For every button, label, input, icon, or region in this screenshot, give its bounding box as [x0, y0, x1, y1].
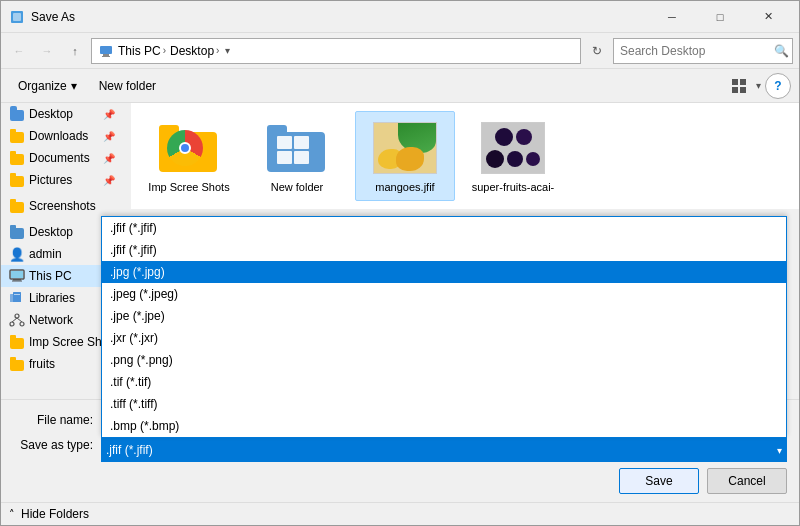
type-dropdown-arrow: ▾ — [777, 445, 782, 456]
file-type-selected[interactable]: .jfif (*.jfif) ▾ — [101, 438, 787, 462]
svg-rect-8 — [740, 87, 746, 93]
file-type-wrapper: .jfif (*.jfif) ▾ .jfif (*.jfif) .jfif (*… — [101, 438, 787, 462]
user-icon: 👤 — [9, 246, 25, 262]
pictures-icon — [9, 172, 25, 188]
back-button[interactable]: ← — [7, 39, 31, 63]
file-type-dropdown: .jfif (*.jfif) .jfif (*.jfif) .jpg (*.jp… — [101, 216, 787, 438]
save-as-type-label: Save as type: — [13, 438, 93, 452]
svg-point-18 — [20, 322, 24, 326]
view-button[interactable] — [726, 73, 752, 99]
svg-rect-3 — [103, 54, 109, 56]
search-box[interactable]: 🔍 — [613, 38, 793, 64]
downloads-icon — [9, 128, 25, 144]
desktop-folder-icon — [9, 224, 25, 240]
imp-scree-shots-label: Imp Scree Shots — [148, 180, 229, 194]
pin-icon-down: 📌 — [103, 131, 115, 142]
refresh-button[interactable]: ↻ — [585, 39, 609, 63]
new-folder-label: New folder — [271, 180, 324, 194]
sidebar-item-screenshots[interactable]: Screenshots — [1, 195, 123, 217]
minimize-button[interactable]: ─ — [649, 1, 695, 33]
svg-rect-2 — [100, 46, 112, 54]
svg-rect-6 — [740, 79, 746, 85]
svg-rect-12 — [11, 271, 23, 278]
super-fruits-label: super-fruits-acai-berry.jfif — [468, 180, 558, 196]
libraries-icon — [9, 290, 25, 306]
dialog-title: Save As — [31, 10, 649, 24]
svg-rect-10 — [13, 279, 21, 281]
view-dropdown-arrow[interactable]: ▾ — [756, 80, 761, 91]
view-icon — [731, 78, 747, 94]
imp-scree-shots-icon — [157, 120, 221, 176]
dialog-icon — [9, 9, 25, 25]
type-option-bmp[interactable]: .bmp (*.bmp) — [102, 415, 786, 437]
type-option-jpg[interactable]: .jpg (*.jpg) — [102, 261, 786, 283]
svg-rect-14 — [13, 292, 21, 302]
svg-rect-7 — [732, 87, 738, 93]
type-option-jxr[interactable]: .jxr (*.jxr) — [102, 327, 786, 349]
type-option-jfif1[interactable]: .jfif (*.jfif) — [102, 217, 786, 239]
super-fruits-icon — [481, 120, 545, 176]
file-item-imp-scree-shots[interactable]: Imp Scree Shots — [139, 111, 239, 201]
sidebar-item-desktop-pinned[interactable]: Desktop 📌 — [1, 103, 123, 125]
path-segment-desktop: Desktop › — [170, 44, 219, 58]
address-bar: ← → ↑ This PC › Desktop › ▾ ↻ 🔍 — [1, 33, 799, 69]
network-icon — [9, 312, 25, 328]
forward-button[interactable]: → — [35, 39, 59, 63]
type-option-jpeg[interactable]: .jpeg (*.jpeg) — [102, 283, 786, 305]
organize-button[interactable]: Organize ▾ — [9, 73, 86, 99]
type-option-jpe[interactable]: .jpe (*.jpe) — [102, 305, 786, 327]
svg-line-19 — [12, 318, 17, 322]
pin-icon: 📌 — [103, 109, 115, 120]
svg-rect-15 — [14, 294, 20, 295]
search-icon[interactable]: 🔍 — [774, 44, 789, 58]
hide-folders-row[interactable]: ˄ Hide Folders — [1, 502, 799, 525]
pin-icon-pics: 📌 — [103, 175, 115, 186]
svg-rect-4 — [102, 56, 110, 57]
svg-point-16 — [15, 314, 19, 318]
folder-icon — [9, 106, 25, 122]
title-bar-controls: ─ □ ✕ — [649, 1, 791, 33]
sidebar-item-documents[interactable]: Documents 📌 — [1, 147, 123, 169]
save-button[interactable]: Save — [619, 468, 699, 494]
close-button[interactable]: ✕ — [745, 1, 791, 33]
type-option-tif[interactable]: .tif (*.tif) — [102, 371, 786, 393]
file-item-mangoes[interactable]: mangoes.jfif — [355, 111, 455, 201]
sidebar-item-pictures[interactable]: Pictures 📌 — [1, 169, 123, 191]
pc-icon — [9, 268, 25, 284]
imp-folder-icon — [9, 334, 25, 350]
cancel-button[interactable]: Cancel — [707, 468, 787, 494]
title-bar: Save As ─ □ ✕ — [1, 1, 799, 33]
svg-point-17 — [10, 322, 14, 326]
file-item-new-folder[interactable]: New folder — [247, 111, 347, 201]
pin-icon-docs: 📌 — [103, 153, 115, 164]
mangoes-icon — [373, 120, 437, 176]
type-option-jfif2[interactable]: .jfif (*.jfif) — [102, 239, 786, 261]
help-button[interactable]: ? — [765, 73, 791, 99]
file-name-label: File name: — [13, 413, 93, 427]
hide-folders-arrow: ˄ — [9, 508, 15, 521]
mangoes-label: mangoes.jfif — [375, 180, 434, 194]
search-input[interactable] — [620, 44, 770, 58]
bottom-section: File name: Save as type: .jfif (*.jfif) … — [1, 399, 799, 502]
new-folder-icon — [265, 120, 329, 176]
bottom-buttons: Save Cancel — [13, 468, 787, 494]
svg-rect-1 — [13, 13, 21, 21]
svg-rect-5 — [732, 79, 738, 85]
file-type-row: Save as type: .jfif (*.jfif) ▾ .jfif (*.… — [13, 438, 787, 462]
file-area: Imp Scree Shots — [131, 103, 799, 209]
maximize-button[interactable]: □ — [697, 1, 743, 33]
new-folder-button[interactable]: New folder — [90, 73, 165, 99]
type-option-png[interactable]: .png (*.png) — [102, 349, 786, 371]
type-option-tiff[interactable]: .tiff (*.tiff) — [102, 393, 786, 415]
toolbar: Organize ▾ New folder ▾ ? — [1, 69, 799, 103]
svg-rect-11 — [12, 281, 22, 282]
sidebar-item-downloads[interactable]: Downloads 📌 — [1, 125, 123, 147]
file-item-super-fruits[interactable]: super-fruits-acai-berry.jfif — [463, 111, 563, 201]
path-dropdown-icon: ▾ — [225, 45, 230, 56]
save-as-dialog: Save As ─ □ ✕ ← → ↑ This PC › Desktop › — [0, 0, 800, 526]
fruits-folder-icon — [9, 356, 25, 372]
hide-folders-label: Hide Folders — [21, 507, 89, 521]
documents-icon — [9, 150, 25, 166]
address-path[interactable]: This PC › Desktop › ▾ — [91, 38, 581, 64]
up-button[interactable]: ↑ — [63, 39, 87, 63]
